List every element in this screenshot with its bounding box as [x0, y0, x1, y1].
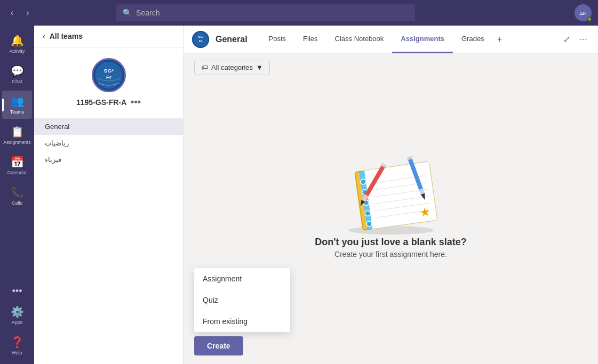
channel-name: General	[216, 35, 248, 44]
svg-point-12	[360, 179, 366, 184]
search-input[interactable]	[136, 9, 409, 17]
sidebar-more[interactable]: •••	[12, 286, 22, 297]
all-teams-label: All teams	[50, 32, 83, 41]
search-bar[interactable]: 🔍	[116, 4, 415, 21]
dropdown-item-assignment[interactable]: Assignment	[194, 268, 290, 289]
teams-icon: 👥	[11, 95, 24, 108]
svg-text:Fr: Fr	[199, 39, 203, 43]
help-icon: ❓	[11, 336, 24, 349]
filter-chevron-icon: ▼	[256, 63, 263, 71]
main-content: SG Fr General Posts Files Class Notebook…	[184, 26, 598, 364]
svg-text:SG*: SG*	[103, 68, 113, 74]
forward-button[interactable]: ›	[22, 6, 33, 20]
channel-item-riyad[interactable]: رياضيات	[34, 135, 183, 151]
filter-label: All categories	[211, 63, 253, 71]
empty-state-subtitle: Create your first assignment here.	[334, 250, 447, 258]
sidebar-label-chat: Chat	[12, 79, 22, 84]
svg-point-16	[366, 221, 372, 227]
sidebar-label-calls: Calls	[12, 200, 22, 206]
add-tab-button[interactable]: +	[493, 26, 506, 53]
team-name: 1195-GS-FR-A •••	[34, 96, 183, 114]
sidebar: 🔔 Activity 💬 Chat 👥 Teams 📋 Assignments …	[0, 26, 34, 364]
team-avatar: SG* Fr	[92, 58, 126, 92]
svg-point-8	[348, 226, 434, 234]
teams-panel-header: ‹ All teams	[34, 26, 183, 47]
avatar[interactable]: عد	[575, 4, 592, 21]
dropdown-menu: Assignment Quiz From existing	[194, 268, 290, 332]
dropdown-item-quiz[interactable]: Quiz	[194, 289, 290, 311]
sidebar-label-help: Help	[12, 350, 22, 355]
sidebar-item-calendar[interactable]: 📅 Calendar	[2, 151, 32, 180]
sidebar-label-calendar: Calendar	[7, 170, 27, 175]
main-layout: 🔔 Activity 💬 Chat 👥 Teams 📋 Assignments …	[0, 26, 598, 364]
tab-posts[interactable]: Posts	[260, 26, 295, 53]
create-area: Assignment Quiz From existing 2 → 1 → Cr…	[184, 328, 598, 364]
channel-list: General رياضيات فيزياء	[34, 114, 183, 172]
expand-button[interactable]: ⤢	[561, 32, 572, 46]
back-button[interactable]: ‹	[6, 6, 18, 20]
search-icon: 🔍	[123, 9, 132, 17]
sidebar-item-help[interactable]: ❓ Help	[2, 331, 32, 360]
teams-back-button[interactable]: ‹	[43, 32, 45, 41]
assignments-icon: 📋	[11, 125, 24, 138]
sidebar-item-assignments[interactable]: 📋 Assignments	[2, 121, 32, 149]
empty-state-title: Don't you just love a blank slate?	[315, 237, 466, 248]
svg-point-15	[364, 210, 370, 216]
sidebar-label-apps: Apps	[12, 320, 23, 325]
topbar: ‹ › 🔍 عد	[0, 0, 598, 26]
notebook-illustration: ★	[338, 151, 444, 237]
sidebar-item-apps[interactable]: ⚙️ Apps	[2, 301, 32, 329]
sidebar-label-activity: Activity	[10, 48, 25, 54]
team-avatar-img: SG* Fr	[93, 58, 124, 92]
tab-grades[interactable]: Grades	[453, 26, 493, 53]
tab-files[interactable]: Files	[294, 26, 326, 53]
teams-panel: ‹ All teams SG* Fr 1195-GS-FR-A ••• Gene…	[34, 26, 184, 364]
sidebar-item-teams[interactable]: 👥 Teams	[2, 91, 32, 119]
nav-buttons: ‹ ›	[6, 6, 34, 20]
svg-rect-10	[363, 161, 437, 229]
tab-assignments[interactable]: Assignments	[392, 26, 453, 53]
tab-classnotebook[interactable]: Class Notebook	[326, 26, 393, 53]
calendar-icon: 📅	[11, 156, 24, 168]
create-button[interactable]: Create	[194, 336, 243, 355]
online-indicator	[587, 17, 592, 21]
channel-header: SG Fr General Posts Files Class Notebook…	[184, 26, 598, 53]
channel-tabs: Posts Files Class Notebook Assignments G…	[260, 26, 506, 53]
content-area: 🏷 All categories ▼	[184, 53, 598, 364]
sidebar-item-calls[interactable]: 📞 Calls	[2, 182, 32, 210]
notebook-svg: ★	[338, 151, 444, 237]
apps-icon: ⚙️	[11, 305, 24, 318]
sidebar-label-assignments: Assignments	[3, 140, 31, 145]
filter-button[interactable]: 🏷 All categories ▼	[194, 60, 270, 75]
svg-text:Fr: Fr	[106, 74, 111, 80]
dropdown-item-from-existing[interactable]: From existing	[194, 311, 290, 332]
channel-header-actions: ⤢ ⋯	[561, 32, 589, 46]
sidebar-item-chat[interactable]: 💬 Chat	[2, 60, 32, 88]
svg-text:★: ★	[419, 205, 431, 220]
filter-bar: 🏷 All categories ▼	[184, 53, 598, 82]
sidebar-item-activity[interactable]: 🔔 Activity	[2, 30, 32, 58]
more-options-button[interactable]: ⋯	[577, 32, 589, 46]
svg-text:SG: SG	[198, 35, 203, 38]
calls-icon: 📞	[11, 186, 24, 199]
channel-team-avatar: SG Fr	[192, 31, 209, 48]
chat-icon: 💬	[11, 64, 24, 77]
filter-icon: 🏷	[201, 63, 208, 71]
team-options-button[interactable]: •••	[131, 96, 141, 108]
sidebar-label-teams: Teams	[10, 109, 25, 115]
channel-item-physics[interactable]: فيزياء	[34, 151, 183, 168]
channel-item-general[interactable]: General	[34, 118, 183, 135]
activity-icon: 🔔	[11, 34, 24, 47]
